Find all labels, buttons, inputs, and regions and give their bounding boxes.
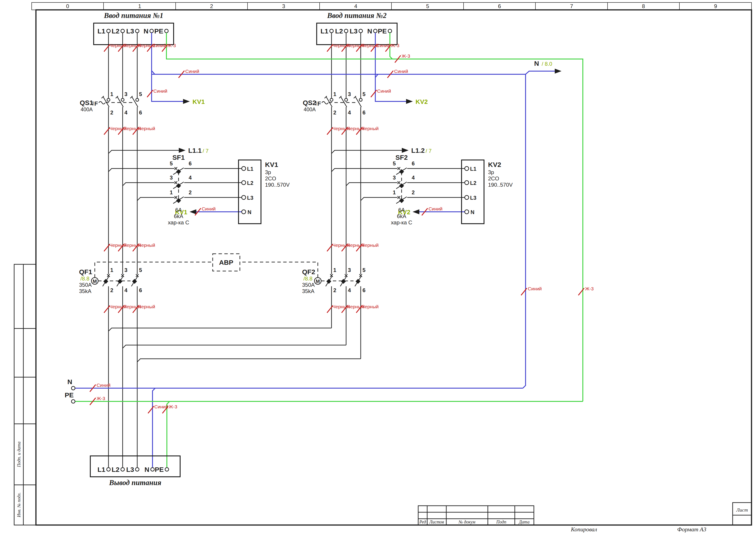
sf2-name: SF2 <box>395 154 408 161</box>
sf1-pin6: 6 <box>189 161 192 166</box>
sf2-feed-l3 <box>361 197 397 201</box>
qf2-amp: 350A <box>302 282 315 288</box>
qs1-rating: 400A <box>81 107 93 113</box>
qf2-ka: 35kA <box>302 288 314 294</box>
qf2-pin6: 6 <box>363 287 365 293</box>
input2-l1-label: L1 <box>320 27 328 35</box>
output-l1-label: L1 <box>97 466 105 473</box>
input1-pe-terminal <box>165 29 168 33</box>
qf2-pin4: 4 <box>348 287 351 293</box>
qf1-breaker: QF1 /8.8 350A 35kA M 1 3 5 2 4 6 <box>79 262 213 294</box>
sf2-pin6: 6 <box>412 161 415 166</box>
wire-label: Ж-3 <box>167 43 176 48</box>
l12-arrow-icon <box>402 148 409 153</box>
wire-label: Ж-3 <box>96 396 105 401</box>
merge-l3 <box>137 359 361 362</box>
kv2-term-l3: L3 <box>470 195 476 201</box>
qs1-pin6: 6 <box>139 110 142 115</box>
qf2-pin3: 3 <box>348 267 351 273</box>
input1-terminal-box: Ввод питания №1 L1 L2 L3 N PE <box>94 12 174 45</box>
wire-label: Ж-3 <box>391 43 399 48</box>
kv1-contacts: 2CO <box>265 175 276 182</box>
sf2-to-kv2 <box>407 168 465 197</box>
ruler-1: 1 <box>138 3 141 9</box>
kv2-relay: L1 L2 L3 N KV2 3p 2CO 190..570V <box>462 160 513 224</box>
n-source-terminal <box>71 386 75 390</box>
titleblock-col-date: Дата <box>518 520 529 524</box>
qf1-pin2: 2 <box>110 287 113 293</box>
ruler-3: 3 <box>282 3 285 9</box>
input1-title: Ввод питания №1 <box>104 12 164 19</box>
qf1-pin3: 3 <box>124 267 127 273</box>
ruler-2: 2 <box>210 3 213 9</box>
sf1-char: хар-ка C <box>168 219 189 225</box>
sf1-pin5: 5 <box>170 161 173 166</box>
wire-label: Черный <box>362 304 379 309</box>
kv1-term-l2: L2 <box>247 180 253 186</box>
qs2-rating: 400A <box>304 107 316 113</box>
output-l3-terminal <box>135 468 139 471</box>
input2-title: Ввод питания №2 <box>327 12 387 19</box>
qs1-pin3: 3 <box>124 91 127 97</box>
qs1-poles <box>101 96 139 107</box>
output-pe-terminal <box>165 468 169 471</box>
n-sheet-arrow-icon <box>555 69 561 74</box>
sf1-pin4: 4 <box>189 175 192 181</box>
wire-label: Черный <box>138 304 155 309</box>
wire-label: Черный <box>362 242 379 248</box>
sf2-breaker: SF2 5 6 3 4 1 2 6A 6kA хар-ка C <box>391 154 415 225</box>
input2-l2-label: L2 <box>335 27 343 35</box>
input2-n-terminal <box>373 29 377 33</box>
input1-l1-label: L1 <box>97 27 105 35</box>
wire-label: Синий <box>154 404 168 409</box>
input1-l2-terminal <box>121 29 124 33</box>
input1-l3-label: L3 <box>126 27 134 35</box>
input2-terminal-box: Ввод питания №2 L1 L2 L3 N PE <box>317 12 397 45</box>
titleblock-col-rev: Ред <box>419 520 426 524</box>
sf2-char: хар-ка C <box>391 219 412 225</box>
ruler-7: 7 <box>570 3 573 9</box>
input2-l3-label: L3 <box>350 27 358 35</box>
sf2-feed-l1 <box>332 168 397 172</box>
qs2-switch: QS2 400A F 1 3 5 2 4 6 <box>303 91 365 115</box>
input2-l1-terminal <box>330 29 333 33</box>
qs2-pin6: 6 <box>363 110 365 115</box>
qs1-switch: QS1 400A F 1 3 5 2 4 6 <box>80 91 142 115</box>
sf1-pin1: 1 <box>170 190 173 195</box>
kv2-term-n: N <box>471 209 474 215</box>
kv1-term-l1: L1 <box>247 166 253 172</box>
ruler-5: 5 <box>426 3 429 9</box>
ruler-9: 9 <box>714 3 717 9</box>
copied-label: Копировал <box>571 526 597 533</box>
qf1-sheet-ref: /8.8 <box>80 275 89 282</box>
qf2-pin1: 1 <box>333 267 336 273</box>
kv2-n-arrow-icon <box>413 209 419 214</box>
sf1-amp: 6A <box>175 207 182 213</box>
titleblock-col-sign: Подп <box>496 520 506 524</box>
qf1-name: QF1 <box>79 268 92 275</box>
sidebar-box <box>14 264 36 525</box>
qf1-amp: 350A <box>79 282 92 288</box>
sf2-amp: 6A <box>398 207 405 213</box>
wire-label: Синий <box>376 43 390 48</box>
title-block: Ред Листов № докум Подп Дата Лист Копиро… <box>418 503 751 533</box>
n1-junction-tick <box>151 71 155 74</box>
kv1-term-l3: L3 <box>247 195 253 201</box>
kv2-branch-arrow-icon <box>406 99 413 104</box>
qf1-motor-label: M <box>93 278 97 284</box>
phase-wires <box>108 33 465 468</box>
input2-pe-terminal <box>388 29 392 33</box>
qs1-pin5: 5 <box>139 91 142 97</box>
qf1-pin6: 6 <box>139 287 142 293</box>
titleblock-col-doc: № докум <box>458 520 475 524</box>
avr-control-box: АВР <box>213 254 240 271</box>
sidebar-label-podp: Подп. и дата <box>16 442 21 467</box>
qs2-f-symbol: F <box>317 100 321 107</box>
kv1-branch-arrow-icon <box>183 99 190 104</box>
reference-arrows: KV1 KV2 L1.1 / 7 L1.2 / 7 N / 8.0 KV1 KV… <box>175 60 561 216</box>
wire-label: Синий <box>528 286 542 291</box>
input1-n-terminal <box>150 29 153 33</box>
merge-l2 <box>122 345 346 348</box>
qf1-pin1: 1 <box>110 267 113 273</box>
sf2-pin1: 1 <box>393 190 396 195</box>
